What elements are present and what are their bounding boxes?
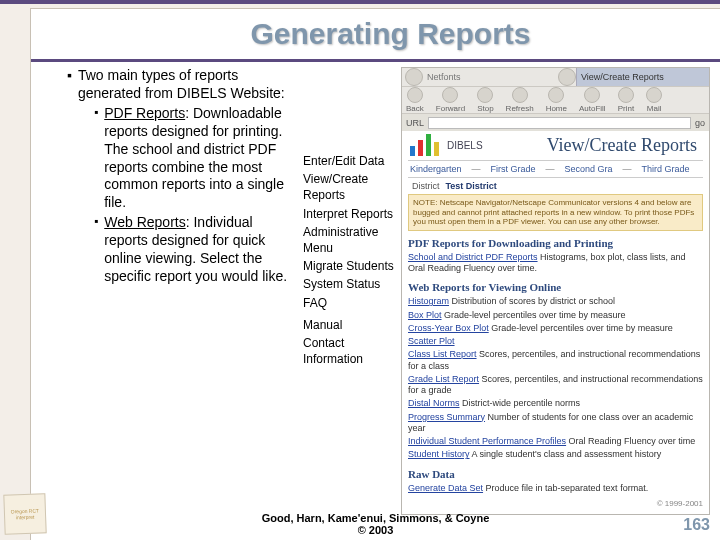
report-link[interactable]: Generate Data Set bbox=[408, 483, 483, 493]
toolbar-label: Forward bbox=[436, 104, 465, 113]
url-label: URL bbox=[406, 118, 424, 128]
mail-button[interactable]: Mail bbox=[646, 87, 662, 113]
list-item: Cross-Year Box Plot Grade-level percenti… bbox=[408, 322, 703, 335]
browser-tab-active[interactable]: View/Create Reports bbox=[576, 68, 709, 86]
browser-chrome: Netfonts View/Create Reports Back Forwar… bbox=[401, 67, 710, 127]
browser-toolbar: Back Forward Stop Refresh Home AutoFill … bbox=[402, 87, 709, 113]
toolbar-label: Stop bbox=[477, 104, 493, 113]
list-item: Box Plot Grade-level percentiles over ti… bbox=[408, 309, 703, 322]
page-header: DIBELS View/Create Reports bbox=[408, 131, 703, 161]
list-item: Progress Summary Number of students for … bbox=[408, 411, 703, 436]
back-button[interactable]: Back bbox=[406, 87, 424, 113]
report-link[interactable]: Class List Report bbox=[408, 349, 477, 359]
report-link[interactable]: School and District PDF Reports bbox=[408, 252, 538, 262]
toolbar-label: AutoFill bbox=[579, 104, 606, 113]
browser-screenshot: Netfonts View/Create Reports Back Forwar… bbox=[401, 67, 710, 502]
go-button[interactable]: go bbox=[695, 118, 705, 128]
browser-tab[interactable]: Netfonts bbox=[423, 68, 555, 86]
section-pdf-heading: PDF Reports for Downloading and Printing bbox=[408, 231, 703, 251]
page-brand: DIBELS bbox=[447, 140, 483, 151]
footer-line2: © 2003 bbox=[358, 524, 394, 536]
link-desc: Grade-level percentiles over time by mea… bbox=[489, 323, 673, 333]
toolbar-label: Home bbox=[546, 104, 567, 113]
report-link[interactable]: Individual Student Performance Profiles bbox=[408, 436, 566, 446]
report-link[interactable]: Histogram bbox=[408, 296, 449, 306]
dash-icon: — bbox=[623, 164, 632, 174]
grade-link[interactable]: Kindergarten bbox=[410, 164, 462, 174]
bullets-column: ▪ Two main types of reports generated fr… bbox=[67, 67, 297, 502]
list-item: School and District PDF Reports Histogra… bbox=[408, 251, 703, 276]
dash-icon: — bbox=[546, 164, 555, 174]
slide-footer: Good, Harn, Kame'enui, Simmons, & Coyne … bbox=[31, 512, 720, 536]
autofill-button[interactable]: AutoFill bbox=[579, 87, 606, 113]
bullet-mark-icon: ▪ bbox=[94, 214, 98, 286]
home-button[interactable]: Home bbox=[546, 87, 567, 113]
report-link[interactable]: Grade List Report bbox=[408, 374, 479, 384]
browser-tab-label: View/Create Reports bbox=[581, 72, 664, 82]
link-desc: A single student's class and assessment … bbox=[470, 449, 662, 459]
home-icon bbox=[548, 87, 564, 103]
tab-close-icon bbox=[405, 68, 423, 86]
list-item: Grade List Report Scores, percentiles, a… bbox=[408, 373, 703, 398]
report-link[interactable]: Progress Summary bbox=[408, 412, 485, 422]
section-raw-heading: Raw Data bbox=[408, 462, 703, 482]
district-label: District bbox=[412, 181, 440, 191]
bar-icon bbox=[434, 142, 439, 156]
bullet-mark-icon: ▪ bbox=[94, 105, 98, 212]
side-menu-list: Enter/Edit Data View/Create Reports Inte… bbox=[301, 67, 397, 502]
toolbar-label: Print bbox=[618, 104, 634, 113]
report-link[interactable]: Cross-Year Box Plot bbox=[408, 323, 489, 333]
tab-close-icon bbox=[558, 68, 576, 86]
menu-item: System Status bbox=[303, 276, 397, 292]
forward-button[interactable]: Forward bbox=[436, 87, 465, 113]
report-link[interactable]: Scatter Plot bbox=[408, 336, 455, 346]
report-link[interactable]: Distal Norms bbox=[408, 398, 460, 408]
district-name: Test District bbox=[446, 181, 497, 191]
footer-line1: Good, Harn, Kame'enui, Simmons, & Coyne bbox=[262, 512, 490, 524]
bullet-sub-web: ▪ Web Reports: Individual reports design… bbox=[94, 214, 297, 286]
logo-bars-icon bbox=[408, 134, 439, 156]
slide-inset: Generating Reports ▪ Two main types of r… bbox=[30, 8, 720, 540]
section-web-heading: Web Reports for Viewing Online bbox=[408, 275, 703, 295]
menu-item: FAQ bbox=[303, 295, 397, 311]
grade-link[interactable]: Third Grade bbox=[642, 164, 690, 174]
menu-item: Manual bbox=[303, 317, 397, 333]
toolbar-label: Mail bbox=[647, 104, 662, 113]
back-icon bbox=[407, 87, 423, 103]
menu-item: Migrate Students bbox=[303, 258, 397, 274]
list-item: Individual Student Performance Profiles … bbox=[408, 435, 703, 448]
stop-button[interactable]: Stop bbox=[477, 87, 493, 113]
page-heading: View/Create Reports bbox=[547, 135, 703, 156]
bullet-sub-pdf: ▪ PDF Reports: Downloadable reports desi… bbox=[94, 105, 297, 212]
grade-link[interactable]: First Grade bbox=[491, 164, 536, 174]
link-desc: District-wide percentile norms bbox=[460, 398, 581, 408]
report-link[interactable]: Student History bbox=[408, 449, 470, 459]
mail-icon bbox=[646, 87, 662, 103]
url-bar: URL go bbox=[402, 113, 709, 131]
page-content: DIBELS View/Create Reports Kindergarten—… bbox=[401, 127, 710, 515]
print-button[interactable]: Print bbox=[618, 87, 634, 113]
slide: Generating Reports ▪ Two main types of r… bbox=[0, 0, 720, 540]
grade-link[interactable]: Second Gra bbox=[565, 164, 613, 174]
list-item: Generate Data Set Produce file in tab-se… bbox=[408, 482, 703, 495]
url-input[interactable] bbox=[428, 117, 691, 129]
grade-nav: Kindergarten— First Grade— Second Gra— T… bbox=[408, 161, 703, 178]
list-item: Student History A single student's class… bbox=[408, 448, 703, 461]
list-item: Histogram Distribution of scores by dist… bbox=[408, 295, 703, 308]
link-desc: Distribution of scores by district or sc… bbox=[449, 296, 615, 306]
menu-item: View/Create Reports bbox=[303, 171, 397, 203]
slide-title: Generating Reports bbox=[71, 13, 710, 57]
refresh-button[interactable]: Refresh bbox=[506, 87, 534, 113]
content-area: ▪ Two main types of reports generated fr… bbox=[67, 67, 710, 502]
bullet-mark-icon: ▪ bbox=[67, 67, 72, 286]
report-link[interactable]: Box Plot bbox=[408, 310, 442, 320]
divider bbox=[31, 59, 720, 62]
print-icon bbox=[618, 87, 634, 103]
bullet-main-text: Two main types of reports generated from… bbox=[78, 67, 285, 101]
note-box: NOTE: Netscape Navigator/Netscape Commun… bbox=[408, 194, 703, 231]
list-item: Distal Norms District-wide percentile no… bbox=[408, 397, 703, 410]
toolbar-label: Back bbox=[406, 104, 424, 113]
browser-tabs: Netfonts View/Create Reports bbox=[402, 68, 709, 87]
menu-item: Contact Information bbox=[303, 335, 397, 367]
toolbar-label: Refresh bbox=[506, 104, 534, 113]
